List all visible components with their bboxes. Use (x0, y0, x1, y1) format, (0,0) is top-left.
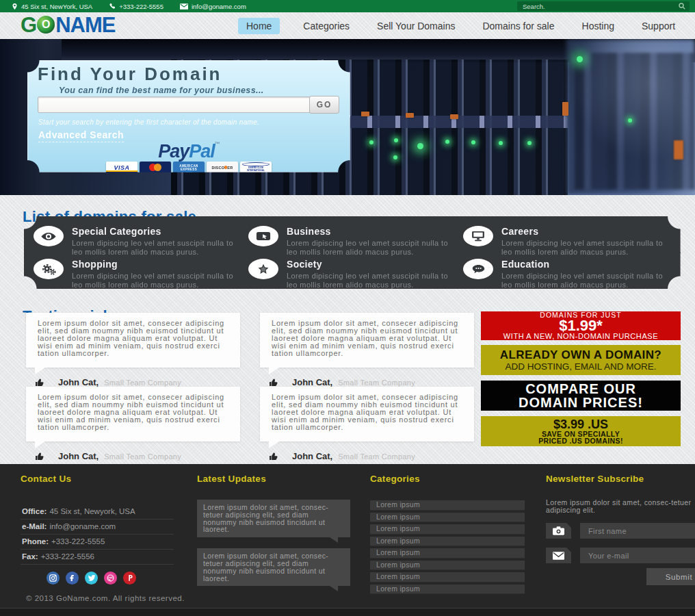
promo-domains-199[interactable]: DOMAINS FOR JUST $1.99* WITH A NEW, NON-… (481, 311, 681, 340)
address: 45 Six st, NewYork, USA (12, 3, 92, 10)
testimonial-company: Small Team Company (104, 452, 181, 461)
orange-tab (361, 112, 369, 116)
header: G O NAME .com Home Categories Sell Your … (0, 12, 695, 39)
testimonial-quote-box: Lorem ipsum dolor sit amet, consecer adi… (26, 313, 240, 368)
pinterest-icon[interactable] (123, 572, 136, 585)
category-content: Shopping Lorem dipiscing leo vel amet su… (72, 259, 241, 289)
paypal-pal: Pal (189, 141, 215, 162)
payment-cards: VISA AMERICAN EXPRESS DISCOVER DINERS CL… (27, 162, 350, 173)
category-text: Lorem dipiscing leo vel amet suscipit nu… (287, 239, 456, 256)
testimonial-author: John Cat, (292, 451, 332, 461)
dribbble-icon[interactable] (104, 572, 117, 585)
hero-banner: Find Your Domain You can find the best n… (0, 39, 695, 195)
categories-list: Lorem ipsum Lorem ipsum Lorem ipsum Lore… (370, 500, 525, 594)
testimonial-company: Small Team Company (338, 378, 415, 387)
chat-bubble-icon (463, 259, 493, 279)
facebook-icon[interactable] (66, 572, 79, 585)
thumbs-up-icon (36, 452, 44, 461)
search-hint: Start your search by entering the first … (38, 118, 259, 126)
nav-home[interactable]: Home (238, 18, 280, 34)
promo-price: $3.99 .US (553, 418, 608, 431)
testimonial-author: John Cat, (292, 377, 332, 387)
testimonial-author: John Cat, (58, 377, 99, 387)
testimonial-company: Small Team Company (338, 452, 415, 461)
logo-name: NAME (55, 13, 115, 37)
thumbs-up-icon (270, 378, 278, 387)
email-text: info@goname.com (192, 3, 246, 10)
category-content: Education Lorem dipiscing leo vel amet s… (501, 259, 671, 289)
update-post: Lorem ipsum dolor sit amet, consec-tetue… (197, 548, 350, 586)
category-society[interactable]: Society Lorem dipiscing leo vel amet sus… (248, 256, 456, 289)
green-led (393, 155, 397, 159)
go-button[interactable]: GO (309, 96, 339, 114)
testimonial-quote-box: Lorem ipsum dolor sit amet, consecer adi… (260, 387, 474, 441)
category-text: Lorem dipiscing leo vel amet suscipit nu… (501, 272, 671, 289)
panel-title: Find Your Domain (38, 64, 222, 85)
category-title: Education (501, 259, 671, 270)
search-icon[interactable] (679, 3, 685, 10)
contact-value: +333-222-5555 (51, 537, 105, 546)
category-careers[interactable]: Careers Lorem dipiscing leo vel amet sus… (463, 223, 671, 256)
category-special-categories[interactable]: Special Categories Lorem dipiscing leo v… (34, 223, 241, 256)
newsletter-email-row (546, 548, 695, 563)
testimonial-quote: Lorem ipsum dolor sit amet, consecer adi… (38, 320, 229, 357)
promo-compare-prices[interactable]: COMPARE OUR DOMAIN PRICES! (481, 381, 681, 411)
search-input[interactable] (517, 3, 679, 10)
category-title: Careers (501, 226, 671, 237)
category-link[interactable]: Lorem ipsum (370, 548, 525, 559)
category-link[interactable]: Lorem ipsum (370, 561, 525, 571)
phone: +333-222-5555 (109, 3, 163, 10)
promo-us-domains[interactable]: $3.99 .US SAVE ON SPECIALLY PRICED .US D… (481, 416, 681, 446)
logo[interactable]: G O NAME .com (21, 14, 115, 36)
logo-name-wrap: NAME .com (55, 14, 115, 36)
domain-search-input[interactable] (38, 97, 313, 113)
green-led (394, 138, 398, 142)
updates-heading: Latest Updates (197, 474, 350, 484)
amex-card-icon: AMERICAN EXPRESS (173, 162, 205, 173)
category-text: Lorem dipiscing leo vel amet suscipit nu… (72, 239, 241, 256)
promo-own-domain[interactable]: ALREADY OWN A DOMAIN? ADD HOSTING, EMAIL… (481, 345, 681, 375)
promo-line: PRICED .US DOMAINS! (538, 437, 623, 445)
category-content: Business Lorem dipiscing leo vel amet su… (287, 226, 456, 256)
gears-icon (34, 259, 64, 279)
nav-support[interactable]: Support (638, 18, 679, 34)
orange-handle (674, 140, 683, 159)
testimonial-card: Lorem ipsum dolor sit amet, consecer adi… (26, 313, 240, 387)
contact-row-email: e-Mail:info@goname.com (21, 519, 174, 535)
twitter-icon[interactable] (85, 572, 98, 585)
monitor-cursor-icon (248, 226, 278, 246)
contact-value: info@goname.com (49, 522, 116, 530)
category-title: Special Categories (72, 226, 241, 237)
domain-categories-panel: Special Categories Lorem dipiscing leo v… (24, 216, 681, 289)
logo-g: G (21, 14, 36, 36)
category-education[interactable]: Education Lorem dipiscing leo vel amet s… (463, 256, 671, 289)
category-link[interactable]: Lorem ipsum (370, 524, 525, 535)
category-link[interactable]: Lorem ipsum (370, 585, 525, 595)
green-led (417, 143, 423, 149)
footer-contact: Contact Us Office:45 Six st, Newyork, US… (21, 474, 174, 585)
category-link[interactable]: Lorem ipsum (370, 572, 525, 582)
category-business[interactable]: Business Lorem dipiscing leo vel amet su… (248, 223, 456, 256)
orange-handle (562, 102, 568, 116)
phone-text: +333-222-5555 (119, 3, 163, 10)
top-bar: 45 Six st, NewYork, USA +333-222-5555 in… (0, 0, 695, 12)
newsletter-name-row (546, 523, 695, 539)
category-link[interactable]: Lorem ipsum (370, 513, 525, 523)
nav-hosting[interactable]: Hosting (578, 18, 618, 34)
eye-icon (34, 226, 64, 246)
nav-sell-your-domains[interactable]: Sell Your Domains (373, 18, 459, 34)
contact-value: 45 Six st, Newyork, USA (49, 507, 135, 515)
testimonial-byline: John Cat, Small Team Company (26, 377, 240, 387)
instagram-icon[interactable] (47, 572, 60, 585)
visa-card-icon: VISA (106, 162, 137, 173)
category-link[interactable]: Lorem ipsum (370, 500, 525, 511)
submit-button[interactable]: Submit (646, 568, 695, 585)
newsletter-email-input[interactable] (580, 548, 695, 563)
mail-icon (180, 3, 188, 10)
copyright: © 2013 GoName.com. All rights reserved. (26, 594, 185, 602)
category-link[interactable]: Lorem ipsum (370, 537, 525, 547)
category-shopping[interactable]: Shopping Lorem dipiscing leo vel amet su… (34, 256, 241, 289)
first-name-input[interactable] (580, 523, 695, 539)
nav-categories[interactable]: Categories (299, 18, 354, 34)
nav-domains-for-sale[interactable]: Domains for sale (478, 18, 558, 34)
